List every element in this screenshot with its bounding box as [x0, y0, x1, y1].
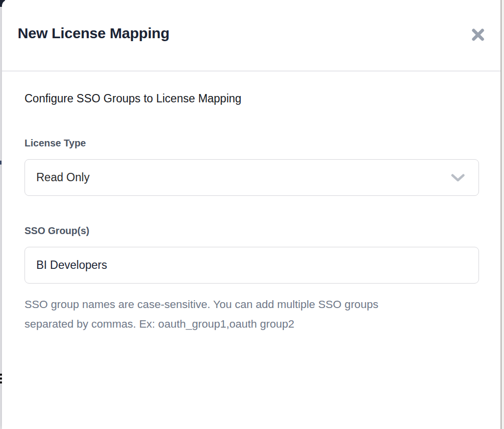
- section-heading: Configure SSO Groups to License Mapping: [25, 92, 478, 105]
- license-type-selected-value: Read Only: [36, 171, 90, 184]
- help-text-line: separated by commas. Ex: oauth_group1,oa…: [25, 314, 478, 334]
- scrollbar-track[interactable]: [501, 0, 504, 429]
- sso-groups-help-text: SSO group names are case-sensitive. You …: [25, 295, 478, 334]
- sso-groups-field-group: SSO Group(s) SSO group names are case-se…: [25, 225, 478, 334]
- close-button[interactable]: [469, 26, 487, 44]
- chevron-down-icon: [451, 173, 465, 182]
- sso-groups-label: SSO Group(s): [25, 225, 478, 237]
- modal-body: Configure SSO Groups to License Mapping …: [2, 72, 501, 334]
- backdrop-page-fragment: [0, 161, 1, 165]
- close-icon: [470, 27, 486, 43]
- new-license-mapping-modal: New License Mapping Configure SSO Groups…: [2, 0, 501, 429]
- modal-title: New License Mapping: [18, 25, 170, 42]
- modal-header: New License Mapping: [2, 0, 501, 72]
- help-text-line: SSO group names are case-sensitive. You …: [25, 295, 478, 314]
- license-type-field-group: License Type Read Only: [25, 138, 478, 196]
- license-type-label: License Type: [25, 138, 478, 149]
- license-type-select[interactable]: Read Only: [25, 159, 479, 196]
- sso-groups-input[interactable]: [25, 247, 479, 284]
